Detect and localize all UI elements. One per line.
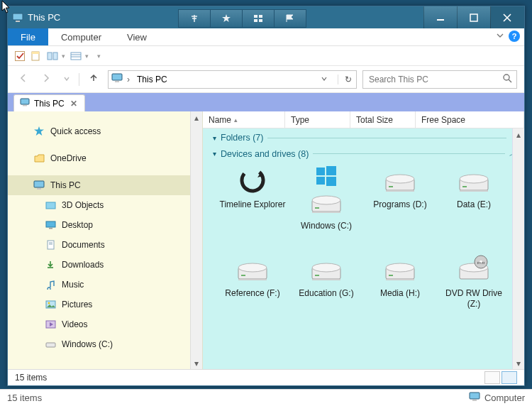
recent-dropdown[interactable] (60, 72, 73, 87)
downloads-icon (45, 259, 56, 270)
help-button[interactable]: ? (509, 31, 520, 42)
this-pc-icon (12, 13, 23, 23)
address-dropdown[interactable] (318, 75, 331, 84)
device-item[interactable]: Windows (C:) (292, 166, 360, 242)
svg-rect-22 (37, 188, 41, 190)
qat-pin-button[interactable] (178, 9, 211, 28)
nav-3d-objects[interactable]: 3D Objects (8, 195, 202, 215)
svg-point-44 (386, 175, 414, 183)
close-button[interactable] (490, 6, 524, 28)
nav-label: Music (62, 280, 84, 290)
group-devices[interactable]: ▾ Devices and drives (8) ︿ (206, 144, 524, 160)
view-icons-button[interactable] (501, 371, 517, 384)
document-tab[interactable]: This PC ✕ (13, 94, 85, 111)
address-location[interactable]: This PC (134, 73, 170, 86)
qat-arrange-button[interactable] (242, 9, 275, 28)
nav-videos[interactable]: Videos (8, 314, 202, 334)
svg-point-52 (238, 263, 267, 272)
device-item[interactable]: DVDDVD RW Drive (Z:) (440, 255, 508, 309)
nav-music[interactable]: Music (8, 275, 202, 295)
search-box[interactable] (362, 70, 517, 89)
device-item[interactable]: Media (H:) (366, 255, 434, 309)
nav-this-pc[interactable]: This PC (8, 175, 202, 195)
navigation-pane[interactable]: Quick access OneDrive This PC 3D Objects… (8, 111, 203, 369)
svg-rect-49 (462, 186, 467, 187)
svg-rect-54 (238, 279, 267, 280)
body: Quick access OneDrive This PC 3D Objects… (8, 111, 524, 369)
svg-rect-36 (326, 166, 336, 175)
nav-scrollbar[interactable]: ▴ ▾ (190, 111, 202, 369)
select-all-checkbox[interactable] (15, 51, 25, 61)
ribbon-tab-view[interactable]: View (114, 28, 160, 45)
back-button[interactable] (15, 70, 32, 89)
svg-point-40 (312, 196, 340, 204)
group-folders[interactable]: ▾ Folders (7) ⌄ (206, 128, 524, 144)
column-total-size[interactable]: Total Size (350, 111, 416, 128)
svg-rect-25 (49, 228, 52, 229)
scroll-up-icon[interactable]: ▴ (191, 111, 202, 124)
device-item[interactable]: Reference (F:) (218, 255, 287, 309)
ribbon-tab-computer[interactable]: Computer (48, 28, 114, 45)
svg-rect-7 (470, 14, 477, 21)
refresh-button[interactable]: ↻ (338, 75, 353, 84)
nav-documents[interactable]: Documents (8, 235, 202, 255)
nav-downloads[interactable]: Downloads (8, 255, 202, 275)
qat-flag-button[interactable] (274, 9, 306, 28)
file-tab[interactable]: File (8, 28, 48, 45)
nav-desktop[interactable]: Desktop (8, 215, 202, 235)
titlebar[interactable]: This PC (8, 6, 524, 28)
device-item[interactable]: Data (E:) (440, 166, 508, 242)
search-input[interactable] (367, 74, 502, 85)
tab-label: This PC (34, 99, 65, 109)
nav-onedrive[interactable]: OneDrive (8, 148, 202, 168)
nav-pictures[interactable]: Pictures (8, 295, 202, 314)
toolbar-overflow-icon[interactable]: ▾ (97, 53, 101, 60)
toolbar-dropdown-icon[interactable]: ▾ (62, 53, 65, 60)
device-item[interactable]: Timeline Explorer (218, 166, 287, 242)
outer-status-bar: 15 items Computer (0, 389, 532, 406)
documents-icon (45, 239, 56, 251)
svg-rect-0 (13, 13, 23, 20)
content-area[interactable]: ▾ Folders (7) ⌄ ▾ Devices and drives (8)… (203, 128, 524, 369)
nav-quick-access[interactable]: Quick access (8, 121, 202, 141)
nav-label: Documents (62, 240, 105, 250)
forward-button[interactable] (38, 70, 55, 89)
toolbar-dropdown-icon-2[interactable]: ▾ (85, 53, 89, 60)
svg-rect-38 (326, 177, 336, 186)
minimize-button[interactable] (423, 6, 458, 28)
scroll-up-icon[interactable]: ▴ (513, 128, 524, 141)
svg-point-31 (48, 302, 50, 304)
scroll-down-icon[interactable]: ▾ (513, 357, 524, 369)
ribbon-expand-button[interactable] (496, 31, 504, 42)
column-headers: Name▴ Type Total Size Free Space (203, 111, 524, 128)
toolbar-view-icon[interactable] (70, 50, 82, 62)
status-bar: 15 items (8, 369, 524, 385)
column-name[interactable]: Name▴ (203, 111, 285, 128)
up-button[interactable] (85, 70, 102, 89)
column-free-space[interactable]: Free Space (416, 111, 524, 128)
maximize-button[interactable] (457, 6, 491, 28)
device-item[interactable]: Education (G:) (292, 255, 360, 309)
mouse-cursor (1, 0, 13, 14)
address-chevron-icon[interactable]: › (127, 75, 130, 84)
tab-pc-icon (20, 98, 30, 109)
qat-star-button[interactable] (210, 9, 243, 28)
svg-rect-42 (312, 212, 340, 213)
nav-windows-c[interactable]: Windows (C:) (8, 334, 202, 354)
folder-icon (45, 199, 56, 211)
view-details-button[interactable] (484, 371, 500, 384)
column-type[interactable]: Type (285, 111, 350, 128)
tab-close-icon[interactable]: ✕ (69, 99, 79, 109)
device-label: Reference (F:) (218, 288, 287, 309)
music-icon (45, 279, 56, 290)
svg-rect-15 (112, 74, 122, 80)
content-scrollbar[interactable]: ▴ ▾ (512, 128, 524, 369)
svg-rect-68 (470, 393, 480, 399)
scroll-down-icon[interactable]: ▾ (191, 357, 202, 369)
address-bar[interactable]: › This PC ↻ (108, 70, 357, 89)
toolbar-layout-icon[interactable] (46, 50, 59, 62)
device-label: DVD RW Drive (Z:) (440, 288, 508, 309)
toolbar-properties-icon[interactable] (29, 50, 42, 62)
device-item[interactable]: Programs (D:) (366, 166, 434, 242)
svg-rect-3 (259, 15, 262, 18)
